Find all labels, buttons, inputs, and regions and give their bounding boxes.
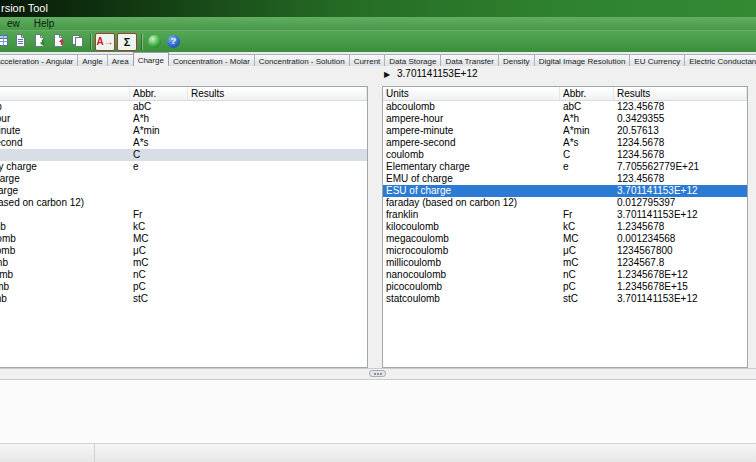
unit-row[interactable]: Elementary chargee7.705562779E+21: [383, 161, 747, 173]
unit-row[interactable]: millicoulombmC1234567.8: [383, 257, 747, 269]
unit-name-cell: picocoulomb: [383, 281, 560, 293]
unit-row[interactable]: megacoulombMC: [0, 233, 367, 245]
unit-abbr-cell: A*h: [130, 113, 188, 125]
unit-row[interactable]: kilocoulombkC: [0, 221, 367, 233]
unit-row[interactable]: microcoulombμC1234567800: [383, 245, 747, 257]
unit-abbr-cell: nC: [560, 269, 614, 281]
tab-strip: Acceleration - AngularAngleAreaChargeCon…: [0, 52, 756, 66]
unit-result-cell: 1234567.8: [614, 257, 747, 269]
run-button[interactable]: [145, 32, 164, 52]
import-button[interactable]: [30, 32, 49, 52]
unit-row[interactable]: ampere-hourA*h0.3429355: [383, 113, 747, 125]
grid-icon: [0, 33, 9, 51]
toolbar-separator: [141, 34, 142, 50]
unit-row[interactable]: ampere-minuteA*min20.57613: [383, 125, 747, 137]
unit-row[interactable]: EMU of charge: [0, 173, 367, 185]
unit-name-cell: ampere-minute: [0, 125, 130, 137]
unit-row[interactable]: ampere-hourA*h: [0, 113, 367, 125]
copy-button[interactable]: [68, 32, 87, 52]
unit-result-cell: 3.701141153E+12: [614, 185, 747, 197]
sum-toggle-button[interactable]: Σ: [117, 33, 137, 51]
column-header-units[interactable]: Units: [383, 87, 560, 100]
unit-row[interactable]: megacoulombMC0.001234568: [383, 233, 747, 245]
unit-row[interactable]: franklinFr3.701141153E+12: [383, 209, 747, 221]
unit-result-cell: 3.701141153E+12: [614, 209, 747, 221]
unit-row[interactable]: EMU of charge123.45678: [383, 173, 747, 185]
app-window: rsion Tool ew Help A→ Σ: [0, 0, 756, 462]
unit-name-cell: ampere-second: [0, 137, 130, 149]
tab-concentration-molar[interactable]: Concentration - Molar: [168, 54, 255, 66]
tab-digital-image-resolution[interactable]: Digital Image Resolution: [534, 54, 631, 66]
bottom-pane: [0, 380, 756, 444]
unit-row[interactable]: nanocoulombnC1.2345678E+12: [383, 269, 747, 281]
unit-abbr-cell: pC: [130, 281, 188, 293]
unit-row[interactable]: millicoulombmC: [0, 257, 367, 269]
unit-row[interactable]: ESU of charge3.701141153E+12: [383, 185, 747, 197]
sigma-icon: Σ: [124, 34, 131, 50]
unit-name-cell: franklin: [383, 209, 560, 221]
export-button[interactable]: [49, 32, 68, 52]
unit-abbr-cell: abC: [130, 101, 188, 113]
unit-row[interactable]: ampere-minuteA*min: [0, 125, 367, 137]
column-header-units[interactable]: Units: [0, 87, 130, 100]
help-icon: ?: [167, 35, 180, 48]
splitter-grip-icon[interactable]: [369, 370, 386, 377]
unit-row[interactable]: ampere-secondA*s: [0, 137, 367, 149]
convert-toggle-button[interactable]: A→: [95, 33, 115, 51]
source-units-header: Units Abbr. Results: [0, 87, 367, 101]
tab-current[interactable]: Current: [349, 54, 386, 66]
unit-row[interactable]: Elementary chargee: [0, 161, 367, 173]
unit-abbr-cell: kC: [130, 221, 188, 233]
column-header-results[interactable]: Results: [614, 87, 747, 100]
unit-row[interactable]: ampere-secondA*s1234.5678: [383, 137, 747, 149]
unit-row[interactable]: statcoulombstC: [0, 293, 367, 305]
menu-help[interactable]: Help: [27, 17, 62, 30]
tab-density[interactable]: Density: [498, 54, 535, 66]
menu-view[interactable]: ew: [0, 17, 27, 30]
column-header-results[interactable]: Results: [188, 87, 367, 100]
unit-row[interactable]: abcoulombabC123.45678: [383, 101, 747, 113]
unit-name-cell: ESU of charge: [0, 185, 130, 197]
column-header-abbr[interactable]: Abbr.: [560, 87, 614, 100]
vertical-splitter[interactable]: [368, 86, 382, 368]
document-icon: [13, 33, 28, 51]
tab-angle[interactable]: Angle: [77, 54, 107, 66]
tab-acceleration-angular[interactable]: Acceleration - Angular: [0, 54, 78, 66]
target-units-list: abcoulombabC123.45678ampere-hourA*h0.342…: [383, 101, 747, 367]
unit-row[interactable]: nanocoulombnC: [0, 269, 367, 281]
unit-row[interactable]: coulombC: [0, 149, 367, 161]
unit-name-cell: faraday (based on carbon 12): [0, 197, 130, 209]
unit-result-cell: 1.2345678E+12: [614, 269, 747, 281]
help-button[interactable]: ?: [164, 32, 183, 52]
unit-row[interactable]: faraday (based on carbon 12): [0, 197, 367, 209]
tab-concentration-solution[interactable]: Concentration - Solution: [254, 54, 350, 66]
unit-name-cell: nanocoulomb: [383, 269, 560, 281]
unit-row[interactable]: coulombC1234.5678: [383, 149, 747, 161]
unit-row[interactable]: picocoulombpC1.2345678E+15: [383, 281, 747, 293]
unit-name-cell: kilocoulomb: [0, 221, 130, 233]
unit-name-cell: ampere-minute: [383, 125, 560, 137]
tab-data-storage[interactable]: Data Storage: [384, 54, 441, 66]
tab-area[interactable]: Area: [107, 54, 134, 66]
unit-row[interactable]: microcoulombμC: [0, 245, 367, 257]
horizontal-splitter[interactable]: [0, 368, 756, 380]
unit-abbr-cell: stC: [560, 293, 614, 305]
grid-button[interactable]: [0, 32, 11, 52]
unit-result-cell: [188, 149, 367, 161]
unit-result-cell: [188, 293, 367, 305]
unit-row[interactable]: franklinFr: [0, 209, 367, 221]
column-header-abbr[interactable]: Abbr.: [130, 87, 188, 100]
unit-row[interactable]: kilocoulombkC1.2345678: [383, 221, 747, 233]
unit-row[interactable]: faraday (based on carbon 12)0.012795397: [383, 197, 747, 209]
tab-electric-conductance[interactable]: Electric Conductance: [684, 54, 756, 66]
unit-row[interactable]: picocoulombpC: [0, 281, 367, 293]
tab-charge[interactable]: Charge: [133, 52, 169, 66]
unit-row[interactable]: statcoulombstC3.701141153E+12: [383, 293, 747, 305]
unit-row[interactable]: abcoulombabC: [0, 101, 367, 113]
report-button[interactable]: [11, 32, 30, 52]
tab-data-transfer[interactable]: Data Transfer: [440, 54, 498, 66]
unit-name-cell: abcoulomb: [383, 101, 560, 113]
unit-row[interactable]: ESU of charge: [0, 185, 367, 197]
tab-eu-currency[interactable]: EU Currency: [629, 54, 685, 66]
unit-abbr-cell: stC: [130, 293, 188, 305]
